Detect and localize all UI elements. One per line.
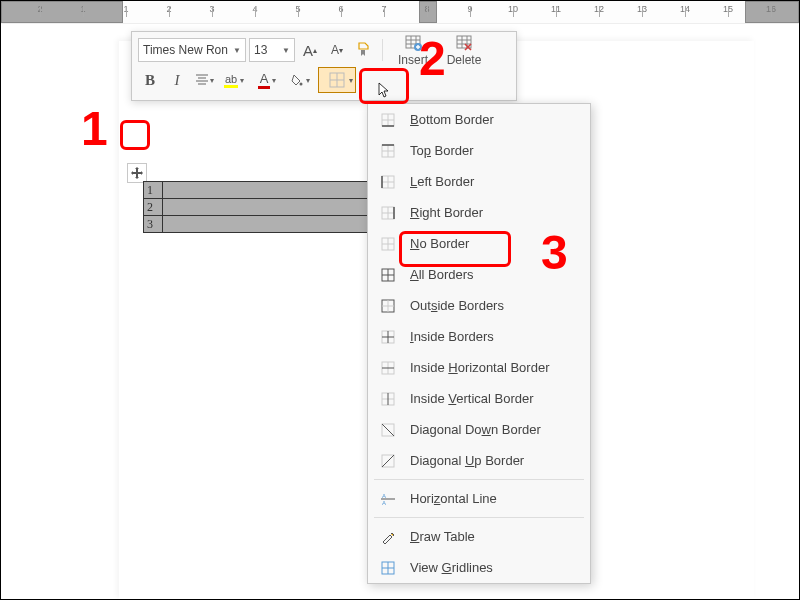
border-insideh-icon (376, 360, 400, 376)
menu-item-label: Left Border (410, 174, 474, 189)
borders-dropdown-menu: Bottom BorderTop BorderLeft BorderRight … (367, 103, 591, 584)
menu-item-insideh[interactable]: Inside Horizontal Border (368, 352, 590, 383)
menu-item-label: Bottom Border (410, 112, 494, 127)
menu-item-gridlines[interactable]: View Gridlines (368, 552, 590, 583)
mini-toolbar: Times New Ron▼ 13▼ A▴ A▾ Insert Delete B… (131, 31, 517, 101)
menu-item-diagup[interactable]: Diagonal Up Border (368, 445, 590, 476)
annotation-2-box (359, 68, 409, 104)
annotation-2: 2 (419, 31, 446, 86)
menu-item-label: Diagonal Up Border (410, 453, 524, 468)
menu-item-draw[interactable]: Draw Table (368, 521, 590, 552)
highlight-button[interactable]: ab▾ (219, 68, 249, 92)
table-move-handle[interactable] (127, 163, 147, 183)
bold-button[interactable]: B (138, 68, 162, 92)
border-gridlines-icon (376, 560, 400, 576)
annotation-3: 3 (541, 225, 568, 280)
menu-item-label: All Borders (410, 267, 474, 282)
table-delete-button[interactable]: Delete (440, 33, 488, 67)
annotation-3-box (399, 231, 511, 267)
menu-item-inside[interactable]: Inside Borders (368, 321, 590, 352)
menu-item-diagdown[interactable]: Diagonal Down Border (368, 414, 590, 445)
border-diagup-icon (376, 453, 400, 469)
table-cell[interactable]: 1 (144, 182, 163, 199)
border-top-icon (376, 143, 400, 159)
menu-item-insidev[interactable]: Inside Vertical Border (368, 383, 590, 414)
menu-item-label: Right Border (410, 205, 483, 220)
borders-split-button[interactable]: ▾ (318, 67, 356, 93)
chevron-down-icon: ▾ (349, 76, 353, 85)
chevron-down-icon: ▼ (233, 46, 241, 55)
menu-item-bottom[interactable]: Bottom Border (368, 104, 590, 135)
align-button[interactable]: ▾ (192, 68, 216, 92)
italic-button[interactable]: I (165, 68, 189, 92)
decrease-font-button[interactable]: A▾ (325, 38, 349, 62)
menu-item-label: Draw Table (410, 529, 475, 544)
horizontal-ruler: 321123456789101112131415161718 (1, 1, 799, 24)
font-name-select[interactable]: Times New Ron▼ (138, 38, 246, 62)
menu-item-hline[interactable]: AAHorizontal Line (368, 483, 590, 514)
menu-item-label: Horizontal Line (410, 491, 497, 506)
annotation-1: 1 (81, 101, 108, 156)
border-hline-icon: AA (376, 491, 400, 507)
border-right-icon (376, 205, 400, 221)
menu-item-label: Outside Borders (410, 298, 504, 313)
svg-line-56 (382, 455, 394, 467)
font-size-value: 13 (254, 43, 267, 57)
svg-text:A: A (382, 493, 386, 499)
table-cell[interactable]: 3 (144, 216, 163, 233)
svg-point-15 (300, 83, 303, 86)
border-all-icon (376, 267, 400, 283)
menu-item-label: Inside Borders (410, 329, 494, 344)
font-color-button[interactable]: A▾ (252, 68, 282, 92)
delete-label: Delete (447, 53, 482, 67)
border-none-icon (376, 236, 400, 252)
svg-line-54 (382, 424, 394, 436)
border-draw-icon (376, 529, 400, 545)
chevron-down-icon: ▼ (282, 46, 290, 55)
menu-item-label: Inside Horizontal Border (410, 360, 549, 375)
table-cell[interactable]: 2 (144, 199, 163, 216)
menu-item-outside[interactable]: Outside Borders (368, 290, 590, 321)
menu-item-label: Top Border (410, 143, 474, 158)
svg-text:A: A (382, 500, 386, 506)
font-size-select[interactable]: 13▼ (249, 38, 295, 62)
menu-item-top[interactable]: Top Border (368, 135, 590, 166)
border-left-icon (376, 174, 400, 190)
border-outside-icon (376, 298, 400, 314)
menu-item-label: Diagonal Down Border (410, 422, 541, 437)
borders-icon (329, 72, 345, 88)
menu-item-label: View Gridlines (410, 560, 493, 575)
menu-item-right[interactable]: Right Border (368, 197, 590, 228)
menu-item-left[interactable]: Left Border (368, 166, 590, 197)
shading-button[interactable]: ▾ (285, 68, 315, 92)
menu-item-label: Inside Vertical Border (410, 391, 534, 406)
border-insidev-icon (376, 391, 400, 407)
border-bottom-icon (376, 112, 400, 128)
format-painter-button[interactable] (352, 38, 376, 62)
font-name-value: Times New Ron (143, 43, 228, 57)
border-inside-icon (376, 329, 400, 345)
increase-font-button[interactable]: A▴ (298, 38, 322, 62)
border-diagdown-icon (376, 422, 400, 438)
annotation-1-box (120, 120, 150, 150)
